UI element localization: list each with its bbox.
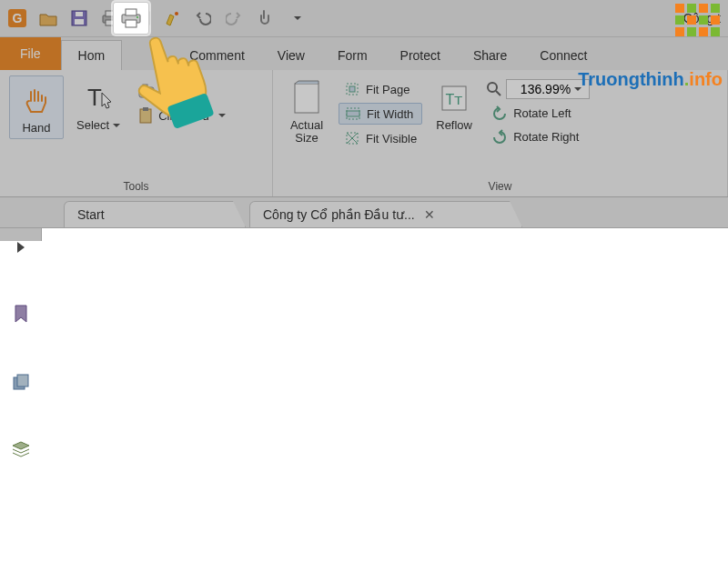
rotate-right-icon — [491, 129, 508, 144]
zoom-value: 136.99% — [521, 82, 571, 96]
actual-size-button[interactable]: Actual Size — [282, 75, 331, 149]
svg-rect-18 — [349, 86, 355, 92]
app-icon: G — [5, 6, 29, 30]
select-label: Select — [76, 119, 120, 132]
rotate-left-icon — [491, 105, 508, 120]
hand-tool-button[interactable]: Hand — [9, 75, 64, 139]
zoom-icon[interactable] — [486, 81, 502, 97]
reflow-label: Reflow — [436, 119, 472, 132]
doc-tab-start[interactable]: Start — [64, 201, 246, 227]
ribbon: Hand T Select hot Clipboard — [0, 70, 728, 197]
rotate-right-button[interactable]: Rotate Right — [486, 126, 590, 146]
save-icon[interactable] — [67, 6, 91, 30]
fit-width-icon — [345, 106, 361, 121]
redo-icon[interactable] — [222, 6, 246, 30]
reflow-icon: Tᴛ — [435, 79, 473, 117]
zoom-value-input[interactable]: 136.99% — [506, 79, 590, 99]
svg-line-25 — [496, 91, 500, 95]
tab-connect[interactable]: Connect — [523, 41, 603, 70]
rotate-left-label: Rotate Left — [513, 106, 571, 120]
svg-point-24 — [488, 83, 497, 92]
group-label-view: View — [282, 176, 718, 195]
open-icon[interactable] — [36, 6, 60, 30]
svg-rect-27 — [17, 375, 28, 386]
group-label-tools: Tools — [9, 176, 263, 195]
svg-text:Tᴛ: Tᴛ — [446, 92, 463, 107]
select-icon: T — [79, 79, 117, 117]
hand-icon — [17, 82, 56, 120]
fit-visible-icon — [344, 131, 360, 146]
qat-dropdown-icon[interactable] — [284, 6, 308, 30]
svg-rect-4 — [76, 12, 83, 16]
doc-tab-document[interactable]: Công ty Cổ phần Đầu tư... ✕ — [249, 201, 522, 227]
doc-tab-document-label: Công ty Cổ phần Đầu tư... — [263, 207, 415, 222]
svg-rect-3 — [75, 19, 84, 25]
expand-icon[interactable] — [11, 241, 31, 254]
reflow-button[interactable]: Tᴛ Reflow — [430, 75, 479, 135]
rotate-left-button[interactable]: Rotate Left — [486, 103, 590, 123]
tutorial-pointer-icon — [122, 22, 222, 140]
fit-visible-button[interactable]: Fit Visible — [339, 128, 422, 148]
fit-page-label: Fit Page — [366, 83, 410, 96]
fit-visible-label: Fit Visible — [366, 132, 417, 146]
fit-width-button[interactable]: Fit Width — [339, 103, 422, 125]
window-title: Công t — [683, 11, 723, 25]
fit-page-button[interactable]: Fit Page — [339, 79, 422, 99]
doc-tab-start-label: Start — [77, 207, 105, 222]
tab-protect[interactable]: Protect — [384, 41, 457, 70]
quick-access-toolbar: G Công t — [0, 0, 728, 37]
svg-rect-29 — [126, 9, 136, 15]
touch-icon[interactable] — [253, 6, 277, 30]
tab-view[interactable]: View — [261, 41, 321, 70]
document-tab-bar: Start Công ty Cổ phần Đầu tư... ✕ — [0, 197, 728, 228]
bookmarks-icon[interactable] — [11, 305, 31, 323]
tab-share[interactable]: Share — [457, 41, 523, 70]
fit-width-label: Fit Width — [367, 107, 413, 121]
svg-point-31 — [136, 16, 138, 18]
select-tool-button[interactable]: T Select — [71, 75, 126, 135]
tab-form[interactable]: Form — [321, 41, 384, 70]
pages-icon[interactable] — [11, 374, 31, 390]
svg-point-9 — [175, 12, 178, 15]
actual-size-label: Actual Size — [290, 119, 323, 146]
svg-rect-20 — [347, 111, 359, 116]
svg-text:T: T — [87, 84, 102, 111]
side-panel — [0, 228, 42, 241]
layers-icon[interactable] — [11, 441, 31, 457]
tab-file[interactable]: File — [0, 37, 61, 70]
tab-home[interactable]: Hom — [61, 40, 123, 70]
page-100-icon — [288, 79, 326, 117]
hand-label: Hand — [22, 122, 50, 135]
svg-text:G: G — [13, 11, 23, 25]
rotate-right-label: Rotate Right — [513, 130, 579, 144]
svg-rect-16 — [295, 84, 318, 113]
close-icon[interactable]: ✕ — [424, 207, 435, 222]
fit-page-icon — [344, 82, 360, 96]
ribbon-tab-row: File Hom Comment View Form Protect Share… — [0, 37, 728, 70]
